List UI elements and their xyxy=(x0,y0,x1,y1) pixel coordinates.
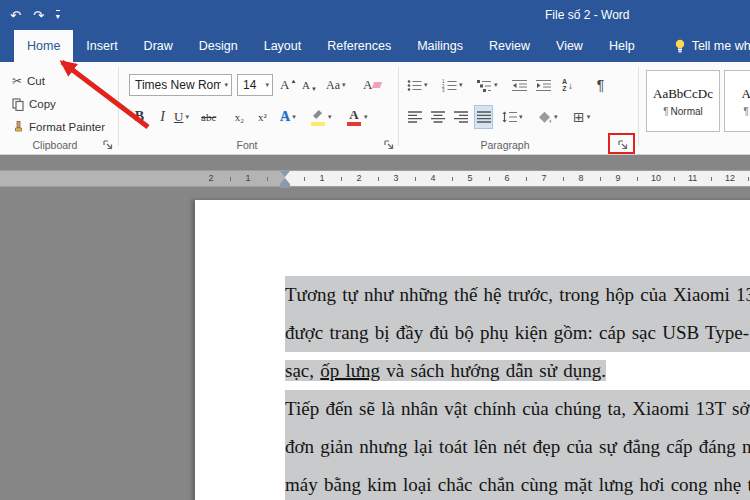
line-spacing-icon xyxy=(502,111,517,123)
tell-me-box[interactable]: Tell me what you xyxy=(664,30,750,62)
chevron-down-icon: ▾ xyxy=(292,113,296,121)
tab-insert[interactable]: Insert xyxy=(73,30,130,62)
align-right-icon xyxy=(454,111,468,123)
increase-indent-icon xyxy=(536,79,551,92)
text-line[interactable]: Tiếp đến sẽ là nhân vật chính của chúng … xyxy=(285,390,750,428)
ruler-tick xyxy=(526,177,527,181)
text-line[interactable]: được trang bị đầy đủ bộ phụ kiện gồm: cá… xyxy=(285,314,750,352)
format-painter-button[interactable]: Format Painter xyxy=(12,117,105,137)
font-name-combobox[interactable]: Times New Roma ▾ xyxy=(129,74,232,96)
tab-home[interactable]: Home xyxy=(14,30,73,62)
undo-icon[interactable]: ↶ xyxy=(10,9,21,22)
borders-icon: ⊞ xyxy=(573,109,585,125)
align-left-button[interactable] xyxy=(406,106,423,128)
align-left-icon xyxy=(408,111,422,123)
quick-access-toolbar: ↶ ↷ ▾ xyxy=(10,0,60,30)
clear-formatting-button[interactable]: A xyxy=(362,74,382,96)
lightbulb-icon xyxy=(674,39,686,54)
bullets-button[interactable]: ▾ xyxy=(406,74,429,96)
justify-button[interactable] xyxy=(475,106,492,128)
underline-icon: U xyxy=(174,109,183,125)
ruler-tick xyxy=(415,177,416,181)
grow-font-button[interactable]: A ▲ xyxy=(279,74,297,96)
customize-qat-icon[interactable]: ▾ xyxy=(56,10,60,21)
superscript-icon: x² xyxy=(258,111,267,123)
scissors-icon: ✂ xyxy=(12,74,22,88)
style-card-no-spacing[interactable]: AaBbC ¶No Sp xyxy=(724,70,750,132)
left-indent-marker[interactable] xyxy=(280,184,290,188)
horizontal-ruler[interactable]: 21123456789101112 xyxy=(0,170,750,187)
paint-bucket-icon xyxy=(538,111,552,124)
text-run: sạc, xyxy=(285,360,320,381)
highlight-button[interactable]: ▾ xyxy=(309,106,333,128)
font-color-button[interactable]: A ▾ xyxy=(345,106,369,128)
style-name: ¶No Sp xyxy=(743,106,750,117)
ruler-number: 1 xyxy=(318,173,326,183)
text-run: Tiếp đến sẽ là nhân vật chính của chúng … xyxy=(285,398,750,419)
shrink-font-button[interactable]: A ▼ xyxy=(301,74,318,96)
shading-button[interactable]: ▾ xyxy=(537,106,559,128)
text-line[interactable]: đơn giản nhưng lại toát lên nét đẹp của … xyxy=(285,428,750,466)
sort-icon: AZ xyxy=(562,78,567,92)
change-case-button[interactable]: Aa ▾ xyxy=(325,74,347,96)
ruler-tick xyxy=(378,177,379,181)
sort-button[interactable]: AZ ↓ xyxy=(559,74,576,96)
strikethrough-icon: abc xyxy=(201,111,216,123)
tell-me-label: Tell me what you xyxy=(692,39,750,53)
multilevel-list-button[interactable]: ▾ xyxy=(476,74,499,96)
clipboard-dialog-launcher[interactable] xyxy=(100,138,114,151)
text-run: Tương tự như những thế hệ trước, trong h… xyxy=(285,284,750,305)
chevron-down-icon: ▾ xyxy=(364,113,368,121)
document-text[interactable]: Tương tự như những thế hệ trước, trong h… xyxy=(285,276,750,500)
redo-icon[interactable]: ↷ xyxy=(33,9,44,22)
tab-layout[interactable]: Layout xyxy=(251,30,315,62)
align-right-button[interactable] xyxy=(452,106,469,128)
style-card-normal[interactable]: AaBbCcDc ¶Normal xyxy=(646,70,720,132)
tab-draw[interactable]: Draw xyxy=(131,30,186,62)
decrease-indent-button[interactable] xyxy=(511,74,528,96)
tab-design[interactable]: Design xyxy=(186,30,251,62)
text-run: được trang bị đầy đủ bộ phụ kiện gồm: cá… xyxy=(285,322,749,343)
paintbrush-icon xyxy=(12,121,24,134)
group-separator xyxy=(118,67,119,146)
style-preview: AaBbC xyxy=(742,86,750,102)
font-size-combobox[interactable]: 14 ▾ xyxy=(237,74,273,96)
subscript-button[interactable]: x₂ xyxy=(231,106,248,128)
clear-formatting-icon: A xyxy=(363,77,372,93)
numbering-button[interactable]: 123 ▾ xyxy=(441,74,464,96)
tab-references[interactable]: References xyxy=(314,30,404,62)
tab-review[interactable]: Review xyxy=(476,30,543,62)
copy-button[interactable]: Copy xyxy=(12,94,56,114)
ruler-tick xyxy=(674,177,675,181)
text-line[interactable]: Tương tự như những thế hệ trước, trong h… xyxy=(285,276,750,314)
align-center-button[interactable] xyxy=(429,106,446,128)
text-line[interactable]: máy bằng kim loại chắc chắn cùng mặt lưn… xyxy=(285,466,750,500)
cut-button[interactable]: ✂ Cut xyxy=(12,71,45,91)
tab-view[interactable]: View xyxy=(543,30,596,62)
underline-button[interactable]: U ▾ xyxy=(173,106,190,128)
increase-indent-button[interactable] xyxy=(535,74,552,96)
paragraph-dialog-launcher[interactable] xyxy=(615,138,629,151)
tab-mailings[interactable]: Mailings xyxy=(404,30,476,62)
chevron-down-icon: ▾ xyxy=(265,81,269,89)
first-line-indent-marker[interactable] xyxy=(280,171,290,177)
borders-button[interactable]: ⊞ ▾ xyxy=(572,106,591,128)
line-spacing-button[interactable]: ▾ xyxy=(501,106,524,128)
chevron-down-icon: ▾ xyxy=(424,81,428,89)
chevron-down-icon: ▾ xyxy=(224,81,228,89)
font-dialog-launcher[interactable] xyxy=(381,138,395,151)
bold-button[interactable]: B xyxy=(131,106,148,128)
italic-button[interactable]: I xyxy=(154,106,171,128)
ruler-number: 2 xyxy=(207,173,215,183)
chevron-down-icon: ▾ xyxy=(328,113,332,121)
show-formatting-marks-button[interactable]: ¶ xyxy=(592,74,609,96)
superscript-button[interactable]: x² xyxy=(254,106,271,128)
text-effects-button[interactable]: A ▾ xyxy=(279,106,297,128)
text-line[interactable]: sạc, ốp lưng và sách hướng dẫn sử dụng. xyxy=(285,352,750,390)
strikethrough-button[interactable]: abc xyxy=(200,106,217,128)
ruler-tick xyxy=(637,177,638,181)
tab-help[interactable]: Help xyxy=(596,30,648,62)
pilcrow-icon: ¶ xyxy=(663,106,668,117)
ruler-number: 6 xyxy=(503,173,511,183)
align-center-icon xyxy=(431,111,445,123)
